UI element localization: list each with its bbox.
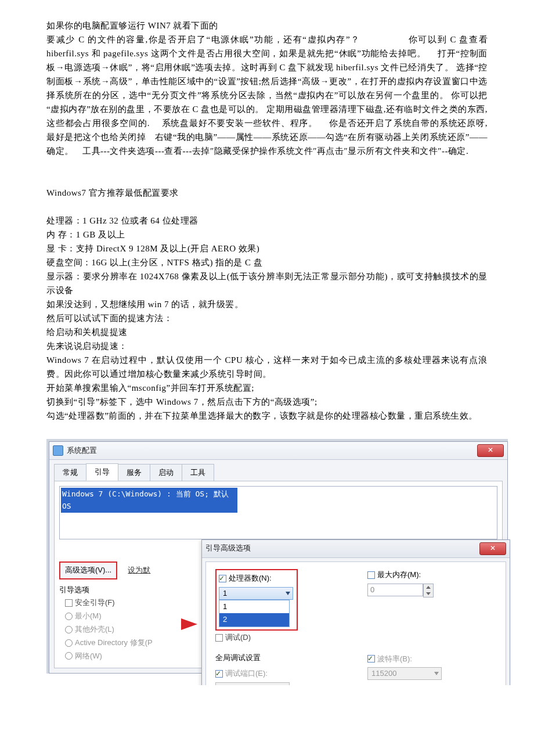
processor-count-dropdown[interactable]: 1 <box>219 587 293 600</box>
baud-dropdown: 115200 <box>367 667 442 680</box>
processor-count-value: 1 <box>223 589 227 597</box>
processor-option-1[interactable]: 1 <box>219 600 289 614</box>
processor-option-2[interactable]: 2 <box>219 613 289 627</box>
processor-count-options[interactable]: 1 2 <box>219 600 290 628</box>
req-upgrade: 如果没达到，又想继续用 win 7 的话，就升级罢。 <box>46 297 488 311</box>
baud-value: 115200 <box>371 669 396 678</box>
speedup-explain: Windows 7 在启动过程中，默认仅使用一个 CPU 核心，这样一来对于如今… <box>46 353 488 381</box>
debug-port-label: 调试端口(E): <box>225 668 268 680</box>
window-title: 系统配置 <box>67 445 97 457</box>
callout-arrow-icon <box>181 618 197 630</box>
boot-list[interactable]: Windows 7 (C:\Windows) : 当前 OS; 默认 OS <box>59 486 497 539</box>
speedup-boot-shutdown: 给启动和关机提提速 <box>46 325 488 339</box>
tab-general[interactable]: 常规 <box>54 464 86 481</box>
safe-boot-label: 安全引导(F) <box>75 597 115 609</box>
close-button[interactable]: ✕ <box>477 444 504 457</box>
speedup-intro: 然后可以试试下面的提速方法： <box>46 311 488 325</box>
set-default-link[interactable]: 设为默 <box>128 564 150 577</box>
tab-body: Windows 7 (C:\Windows) : 当前 OS; 默认 OS 高级… <box>54 481 503 669</box>
msconfig-window: 系统配置 ✕ 常规 引导 服务 启动 工具 Windows 7 (C:\Wind… <box>49 441 508 674</box>
max-memory-checkbox[interactable]: 最大内存(M): <box>367 569 496 581</box>
req-gpu: 显 卡：支持 DirectX 9 128M 及以上(开启 AERO 效果) <box>46 242 488 255</box>
tab-services[interactable]: 服务 <box>118 464 150 481</box>
safe-boot-net-label: 网络(W) <box>75 650 102 663</box>
advanced-boot-dialog: 引导高级选项 ✕ 处理器数(N): 1 1 2 <box>201 539 510 686</box>
boot-entry-selected[interactable]: Windows 7 (C:\Windows) : 当前 OS; 默认 OS <box>61 488 237 513</box>
step-msconfig: 开始菜单搜索里输入“msconfig”并回车打开系统配置; <box>46 381 488 395</box>
child-close-button[interactable]: ✕ <box>479 542 506 555</box>
processor-count-label: 处理器数(N): <box>229 573 272 585</box>
safe-boot-ad-label: Active Directory 修复(P <box>75 637 153 649</box>
safe-boot-shell-label: 其他外壳(L) <box>75 624 114 636</box>
step-proc-count: 勾选“处理器数”前面的，并在下拉菜单里选择最大的数字，该数字就是你的处理器核心数… <box>46 409 488 423</box>
step-boot-tab: 切换到“引导”标签下，选中 Windows 7，然后点击下方的“高级选项”; <box>46 395 488 409</box>
tab-startup[interactable]: 启动 <box>150 464 182 481</box>
max-memory-input[interactable]: 0 <box>367 584 423 596</box>
req-display: 显示器：要求分辨率在 1024X768 像素及以上(低于该分辨率则无法正常显示部… <box>46 269 488 297</box>
child-window-title: 引导高级选项 <box>205 542 251 555</box>
chevron-down-icon <box>434 672 439 675</box>
speedup-boot-first: 先来说说启动提速： <box>46 339 488 353</box>
max-memory-spinner[interactable] <box>423 584 434 597</box>
max-memory-label: 最大内存(M): <box>377 569 421 581</box>
paragraph-intro: 如果你的电脑配置够运行 WIN7 就看下面的 <box>46 19 488 33</box>
window-icon <box>53 445 63 456</box>
chevron-down-icon <box>286 592 290 595</box>
tab-boot[interactable]: 引导 <box>86 463 118 481</box>
baud-label: 波特率(B): <box>377 653 412 665</box>
debug-label: 调试(D) <box>225 632 251 644</box>
safe-boot-min-label: 最小(M) <box>75 610 102 622</box>
titlebar: 系统配置 ✕ <box>49 442 507 460</box>
req-cpu: 处理器：1 GHz 32 位或者 64 位处理器 <box>46 214 488 228</box>
req-disk: 硬盘空间：16G 以上(主分区，NTFS 格式) 指的是 C 盘 <box>46 255 488 269</box>
debug-port-checkbox: 调试端口(E): <box>215 668 344 680</box>
advanced-options-button[interactable]: 高级选项(V)... <box>59 561 117 579</box>
debug-port-dropdown: COM1: <box>215 682 290 686</box>
embedded-screenshot: 系统配置 ✕ 常规 引导 服务 启动 工具 Windows 7 (C:\Wind… <box>46 439 508 674</box>
paragraph-cdrive: 要减少 C 的文件的容量,你是否开启了“电源休眠”功能，还有“虚拟内存”？ 你可… <box>46 33 488 158</box>
tab-strip: 常规 引导 服务 启动 工具 <box>49 460 507 481</box>
baud-checkbox: 波特率(B): <box>367 653 496 665</box>
debug-checkbox[interactable]: 调试(D) <box>215 632 344 644</box>
processor-count-highlight: 处理器数(N): 1 1 2 <box>215 569 298 631</box>
req-ram: 内 存：1 GB 及以上 <box>46 228 488 242</box>
debug-port-value: COM1: <box>219 684 243 686</box>
child-titlebar: 引导高级选项 ✕ <box>202 540 510 558</box>
global-debug-title: 全局调试设置 <box>215 652 344 664</box>
heading-requirements: Windows7 官方推荐最低配置要求 <box>46 186 488 200</box>
tab-tools[interactable]: 工具 <box>182 464 214 481</box>
processor-count-checkbox[interactable]: 处理器数(N): <box>219 573 293 585</box>
